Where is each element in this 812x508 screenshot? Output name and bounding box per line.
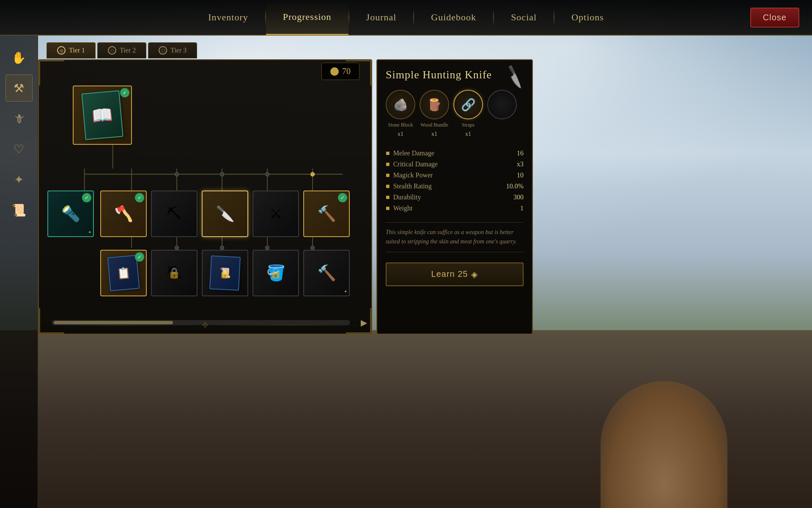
top-book-icon: 📖 xyxy=(81,90,123,140)
row2-node4-lock: 🔒 xyxy=(269,267,282,279)
row1-node2[interactable]: 🪓 ✓ xyxy=(100,190,147,237)
mace-icon: 🔨 xyxy=(312,258,341,288)
svg-point-19 xyxy=(266,246,269,250)
deco-center: ❖ xyxy=(197,320,213,330)
row2-node4[interactable]: 🪣 🔒 xyxy=(252,250,299,296)
tier-tab-1[interactable]: ◎ Tier 1 xyxy=(47,42,96,58)
row1-node1-badge: ✦ xyxy=(88,230,91,235)
stat-crit-label: Critical Damage xyxy=(393,160,438,168)
scythe-icon: ⚔ xyxy=(261,199,291,229)
svg-point-14 xyxy=(220,172,224,176)
corner-tl xyxy=(39,60,64,86)
row1-node6[interactable]: 🔨 ✓ xyxy=(303,190,350,237)
currency-icon xyxy=(330,67,339,76)
sidebar-magic[interactable]: ✦ xyxy=(5,166,33,193)
stat-magick-value: 10 xyxy=(517,171,524,179)
row1-node2-check: ✓ xyxy=(135,193,144,202)
stat-melee-damage: ■Melee Damage 16 xyxy=(386,148,524,159)
row1-node3[interactable]: ⛏ xyxy=(151,190,198,237)
svg-point-20 xyxy=(311,246,315,250)
svg-point-13 xyxy=(175,172,179,176)
tier-2-label: Tier 2 xyxy=(120,47,136,54)
row1-node1[interactable]: 🔦 ✓ ✦ xyxy=(47,190,94,237)
row2-node1-check: ✓ xyxy=(135,252,144,262)
stat-magick-power: ■Magick Power 10 xyxy=(386,170,524,181)
stat-stealth-label: Stealth Rating xyxy=(393,182,432,190)
ingredient-1-circle: 🪨 xyxy=(386,90,415,119)
close-button[interactable]: Close xyxy=(750,8,799,28)
row1-node4-knife[interactable]: 🔪 xyxy=(202,190,248,237)
sidebar-map[interactable]: 📜 xyxy=(5,196,33,224)
ingredient-2-count: x1 xyxy=(431,131,437,138)
sidebar-crafting[interactable]: ⚒ xyxy=(5,75,33,102)
stat-crit-value: x3 xyxy=(517,160,524,168)
row2-node2-lock: 🔒 xyxy=(168,267,181,279)
row2-node5-badge: ✦ xyxy=(344,289,347,294)
row2-node1[interactable]: 📋 ✓ xyxy=(100,250,147,296)
stat-stealth-value: 10.0% xyxy=(506,182,524,190)
stat-critical-damage: ■Critical Damage x3 xyxy=(386,159,524,170)
stat-durability-value: 300 xyxy=(513,193,524,201)
hatchet-icon: 🪓 xyxy=(109,199,138,229)
learn-button[interactable]: Learn 25 ◈ xyxy=(386,262,524,286)
deco-line-left xyxy=(39,325,197,326)
sidebar-combat[interactable]: 🗡 xyxy=(5,105,33,132)
nav-guidebook[interactable]: Guidebook xyxy=(414,0,493,35)
ingredient-4-circle xyxy=(487,90,517,119)
ingredient-3-circle: 🔗 xyxy=(453,90,483,119)
ingredient-3: 🔗 Straps x1 xyxy=(453,90,483,138)
ingredient-2-circle: 🪵 xyxy=(420,90,449,119)
svg-point-16 xyxy=(311,172,315,176)
ingredient-2: 🪵 Wood Bundle x1 xyxy=(420,90,449,138)
knife-large-icon: 🔪 xyxy=(502,64,528,89)
tier-3-icon: ⬡ xyxy=(159,46,167,55)
row2-node3-lock: 🔒 xyxy=(219,267,231,279)
main-panel: 📖 ✓ 🔦 ✓ ✦ 🪓 ✓ xyxy=(38,59,372,334)
stat-magick-label: Magick Power xyxy=(393,171,433,179)
nav-social[interactable]: Social xyxy=(494,0,554,35)
ingredient-1-count: x1 xyxy=(398,131,403,138)
ingredient-3-count: x1 xyxy=(465,131,471,138)
ingredient-2-name: Wood Bundle xyxy=(420,122,448,128)
nav-journal[interactable]: Journal xyxy=(349,0,414,35)
ingredient-3-name: Straps xyxy=(462,122,475,128)
nav-progression[interactable]: Progression xyxy=(266,0,348,35)
blue-scroll-icon: 📋 xyxy=(107,255,140,291)
deco-line-right xyxy=(213,325,371,326)
item-description: This simple knife can suffice as a weapo… xyxy=(386,222,524,252)
learn-currency-icon: ◈ xyxy=(471,269,478,279)
svg-point-17 xyxy=(175,246,179,250)
tree-area: 📖 ✓ 🔦 ✓ ✦ 🪓 ✓ xyxy=(47,86,363,308)
bg-hand xyxy=(601,381,727,508)
top-book-node[interactable]: 📖 ✓ xyxy=(73,86,132,149)
tier-tabs: ◎ Tier 1 ⬡ Tier 2 ⬡ Tier 3 xyxy=(47,42,197,58)
right-panel: 🔪 Simple Hunting Knife 🪨 Stone Block x1 … xyxy=(376,59,533,334)
svg-point-18 xyxy=(220,246,224,250)
hammer-icon: 🔨 xyxy=(312,199,341,229)
sidebar-heart[interactable]: ♡ xyxy=(5,135,33,163)
ingredient-1-name: Stone Block xyxy=(388,122,413,128)
row2-node5[interactable]: 🔨 ✦ xyxy=(303,250,350,296)
tier-1-icon: ◎ xyxy=(57,46,66,55)
sidebar-skills[interactable]: ✋ xyxy=(5,44,33,71)
nav-inventory[interactable]: Inventory xyxy=(191,0,265,35)
top-book-check: ✓ xyxy=(120,88,129,97)
svg-point-15 xyxy=(266,172,269,176)
tier-tab-3[interactable]: ⬡ Tier 3 xyxy=(148,42,197,58)
stat-durability: ■Durability 300 xyxy=(386,192,524,203)
stat-melee-value: 16 xyxy=(517,149,524,157)
nav-options[interactable]: Options xyxy=(554,0,621,35)
stat-weight: ■Weight 1 xyxy=(386,203,524,214)
stats-list: ■Melee Damage 16 ■Critical Damage x3 ■Ma… xyxy=(386,148,524,214)
stat-stealth-rating: ■Stealth Rating 10.0% xyxy=(386,181,524,192)
tier-tab-2[interactable]: ⬡ Tier 2 xyxy=(97,42,146,58)
row2-node2[interactable]: ⛏ 🔒 xyxy=(151,250,198,296)
row1-node5[interactable]: ⚔ xyxy=(252,190,299,237)
row1-node6-check: ✓ xyxy=(338,193,347,202)
stat-durability-label: Durability xyxy=(393,193,421,201)
row2-node3[interactable]: 📜 🔒 xyxy=(202,250,248,296)
tier-2-icon: ⬡ xyxy=(108,46,116,55)
panel-decoration: ❖ xyxy=(39,317,371,334)
ingredients-row: 🪨 Stone Block x1 🪵 Wood Bundle x1 🔗 Stra… xyxy=(386,90,524,138)
stat-melee-label: Melee Damage xyxy=(393,149,434,157)
